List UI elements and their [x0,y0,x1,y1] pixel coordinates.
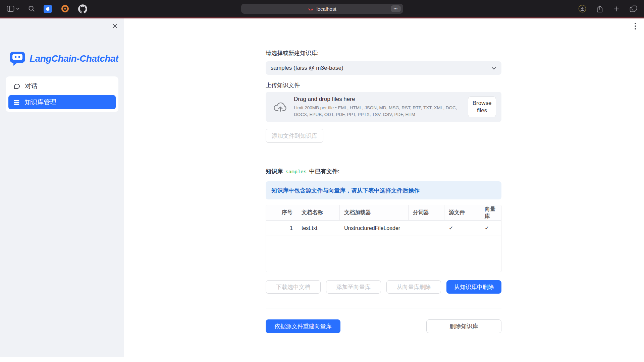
add-files-to-kb-button[interactable]: 添加文件到知识库 [266,129,323,143]
extension-orange-target-icon [61,4,69,13]
table-header-loader[interactable]: 文档加载器 [340,205,409,220]
kb-heading-prefix: 知识库 [266,168,283,175]
delete-from-kb-button[interactable]: 从知识库中删除 [446,280,501,294]
delete-kb-button[interactable]: 删除知识库 [426,319,501,333]
cell-splitter [409,221,444,236]
download-icon [578,5,586,13]
new-tab-button[interactable] [613,6,620,12]
app-logo-icon [9,51,26,66]
divider [266,158,501,158]
sidebar-bottom-strip [0,357,124,362]
table-header-doc-name[interactable]: 文档名称 [297,205,340,220]
file-action-buttons: 下载选中文档 添加至向量库 从向量库删除 从知识库中删除 [266,280,501,294]
sidebar-toggle-icon [7,5,14,12]
kebab-menu-icon [635,23,636,24]
cell-source-file-check: ✓ [444,221,480,236]
main-content: 请选择或新建知识库: samples (faiss @ m3e-base) 上传… [266,18,501,333]
kb-heading-suffix: 中已有文件: [309,168,340,175]
add-to-vector-store-button[interactable]: 添加至向量库 [326,280,381,294]
app-logo: LangChain-Chatchat [9,51,118,66]
cell-index: 1 [266,221,297,236]
divider [266,308,501,308]
table-header-row: 序号 文档名称 文档加载器 分词器 源文件 向量库 [266,205,501,221]
cell-vector-store-check: ✓ [480,221,500,236]
site-favicon [308,6,314,12]
kb-name-code: samples [285,169,307,175]
upload-section-label: 上传知识文件 [266,81,501,89]
info-banner-text: 知识库中包含源文件与向量库，请从下表中选择文件后操作 [271,187,420,194]
sidebar-item-chat[interactable]: 对话 [8,79,116,93]
dropzone-title: Drag and drop files here [294,96,462,103]
table-header-index[interactable]: 序号 [266,205,297,220]
extensions-overflow-button[interactable]: ⋯ [391,5,401,12]
address-bar[interactable]: localhost ⋯ [241,4,403,14]
select-chevron-icon [491,67,496,70]
address-url: localhost [316,6,336,12]
sidebar: LangChain-Chatchat 对话 知识库管理 [0,18,124,362]
info-banner: 知识库中包含源文件与向量库，请从下表中选择文件后操作 [266,181,501,199]
browse-files-button[interactable]: Browse files [468,97,496,117]
file-dropzone[interactable]: Drag and drop files here Limit 200MB per… [266,92,501,122]
dropzone-text: Drag and drop files here Limit 200MB per… [294,96,462,118]
new-tab-icon [613,6,620,12]
tabs-overview-icon [630,5,637,12]
sidebar-close-button[interactable] [112,23,118,29]
sidebar-item-knowledge-base[interactable]: 知识库管理 [8,95,116,109]
kb-files-table: 序号 文档名称 文档加载器 分词器 源文件 向量库 1 test.txt Uns… [266,205,501,272]
github-icon [78,4,87,13]
search-button[interactable] [28,5,35,12]
extension-orange-target-button[interactable] [61,4,69,13]
kb-selectbox-value: samples (faiss @ m3e-base) [271,65,343,71]
kb-select-label: 请选择或新建知识库: [266,49,501,57]
chat-icon [13,82,20,90]
kb-files-heading: 知识库 samples 中已有文件: [266,168,501,175]
cell-doc-name: test.txt [297,221,340,236]
sidebar-toggle-button[interactable] [7,5,19,12]
sidebar-menu: 对话 知识库管理 [6,76,118,112]
table-header-vector-store[interactable]: 向量库 [480,205,500,220]
table-header-splitter[interactable]: 分词器 [409,205,444,220]
upload-cloud-icon [273,101,288,113]
sidebar-item-label: 知识库管理 [24,98,56,107]
downloads-button[interactable] [578,5,586,13]
app-menu-button[interactable] [635,23,636,29]
sidebar-item-label: 对话 [25,82,38,90]
table-header-source-file[interactable]: 源文件 [444,205,480,220]
close-icon [112,23,118,29]
share-icon [596,5,603,13]
streamlit-decoration-bar [0,17,644,18]
browser-toolbar: localhost ⋯ [0,0,644,17]
share-button[interactable] [596,5,603,13]
chevron-down-icon [16,8,19,10]
kb-management-buttons: 依据源文件重建向量库 删除知识库 [266,319,501,333]
delete-from-vector-store-button[interactable]: 从向量库删除 [386,280,441,294]
extension-blue-cat-button[interactable] [44,5,52,13]
table-row[interactable]: 1 test.txt UnstructuredFileLoader ✓ ✓ [266,221,501,236]
github-extension-button[interactable] [78,4,87,13]
knowledge-base-icon [13,99,20,106]
extension-blue-cat-icon [44,5,52,13]
cell-loader: UnstructuredFileLoader [340,221,409,236]
download-selected-button[interactable]: 下载选中文档 [266,280,321,294]
kb-selectbox[interactable]: samples (faiss @ m3e-base) [266,61,501,75]
tab-overview-button[interactable] [630,5,637,12]
dropzone-limits: Limit 200MB per file • EML, HTML, JSON, … [294,105,462,118]
app-logo-text: LangChain-Chatchat [30,53,118,64]
search-icon [28,5,35,12]
rebuild-vector-store-button[interactable]: 依据源文件重建向量库 [266,319,340,333]
